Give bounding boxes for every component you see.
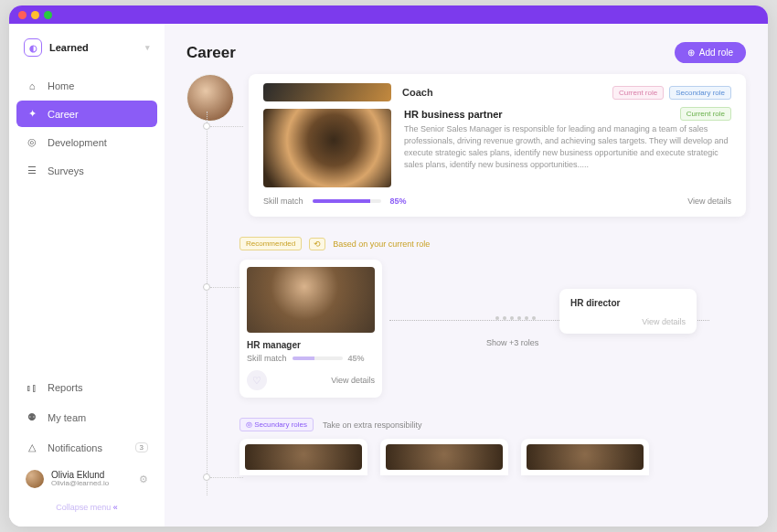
sidebar-item-reports[interactable]: ⫾⫿ Reports	[16, 375, 157, 400]
primary-nav: ⌂ Home ✦ Career ◎ Development ☰ Surveys	[16, 73, 157, 184]
career-icon: ✦	[26, 108, 38, 120]
skill-progress	[313, 199, 381, 203]
role-image	[386, 444, 503, 470]
role-image	[527, 444, 644, 470]
path-steps	[495, 316, 536, 320]
gear-icon[interactable]: ⚙	[139, 473, 148, 485]
minimize-dot[interactable]	[31, 11, 39, 19]
view-details-link[interactable]: View details	[570, 317, 686, 326]
role-title: HR director	[570, 298, 686, 308]
chevron-down-icon: ▾	[145, 43, 150, 52]
director-role-card[interactable]: HR director View details	[559, 289, 697, 334]
add-role-label: Add role	[699, 48, 733, 58]
skill-match-label: Skill match	[263, 197, 303, 206]
role-image	[247, 267, 375, 333]
surveys-icon: ☰	[26, 165, 38, 176]
development-icon: ◎	[26, 136, 38, 148]
sidebar-item-career[interactable]: ✦ Career	[16, 101, 157, 127]
avatar	[26, 470, 44, 488]
brand-name: Learned	[49, 42, 89, 53]
sidebar-item-my-team[interactable]: ⚉ My team	[16, 404, 157, 431]
role-description: The Senior Sales Manager is responsible …	[404, 123, 731, 171]
nav-label: Development	[48, 137, 107, 148]
profile-avatar[interactable]	[186, 74, 234, 122]
user-profile[interactable]: Olivia Eklund Olivia@learned.io ⚙	[16, 464, 157, 494]
nav-label: Surveys	[48, 165, 84, 176]
recommended-role-card[interactable]: HR manager Skill match 45% ♡ View detail…	[239, 260, 382, 398]
window-titlebar	[9, 5, 768, 24]
plus-icon: ⊕	[687, 48, 695, 58]
section-subtitle: Based on your current role	[333, 239, 430, 249]
current-role-badge: Current role	[612, 86, 664, 100]
coach-title: Coach	[402, 87, 433, 98]
recommended-badge: Recommended	[239, 237, 302, 250]
secondary-role-badge: Secondary role	[669, 86, 731, 100]
nav-label: Notifications	[48, 442, 102, 453]
sidebar-item-home[interactable]: ⌂ Home	[16, 73, 157, 99]
view-details-link[interactable]: View details	[687, 197, 731, 206]
close-dot[interactable]	[18, 11, 27, 19]
nav-label: Home	[48, 80, 74, 91]
user-meta: Olivia Eklund Olivia@learned.io	[51, 470, 109, 488]
sidebar-item-development[interactable]: ◎ Development	[16, 129, 157, 155]
skill-percentage: 45%	[348, 354, 365, 363]
add-role-button[interactable]: ⊕ Add role	[675, 42, 746, 63]
sidebar-item-surveys[interactable]: ☰ Surveys	[16, 157, 157, 184]
timeline-node	[203, 283, 210, 291]
team-icon: ⚉	[26, 411, 38, 423]
current-role-badge: Current role	[680, 107, 731, 121]
sidebar-item-notifications[interactable]: △ Notifications 3	[16, 434, 157, 461]
secondary-roles-badge: ◎ Secundary roles	[239, 418, 314, 431]
main-content: Career ⊕ Add role Coach Current role Sec…	[165, 24, 768, 527]
home-icon: ⌂	[26, 80, 38, 91]
timeline-connector	[210, 477, 243, 478]
coach-thumbnail	[263, 83, 391, 101]
nav-label: Career	[48, 109, 79, 120]
brand[interactable]: ◐ Learned ▾	[16, 38, 157, 73]
current-role-card: Coach Current role Secondary role Curren…	[249, 74, 746, 217]
collapse-label: Collapse menu	[56, 503, 111, 512]
maximize-dot[interactable]	[44, 11, 52, 19]
timeline-connector	[210, 287, 243, 288]
timeline-node	[203, 122, 210, 130]
timeline-node	[203, 473, 210, 481]
notification-count: 3	[135, 442, 148, 452]
secondary-role-card[interactable]	[239, 439, 367, 475]
view-details-link[interactable]: View details	[331, 376, 375, 385]
skill-percentage: 85%	[390, 197, 407, 206]
role-image	[263, 109, 391, 187]
reports-icon: ⫾⫿	[26, 382, 38, 393]
sidebar: ◐ Learned ▾ ⌂ Home ✦ Career ◎ Developmen…	[9, 24, 165, 527]
bell-icon: △	[26, 442, 38, 453]
section-subtitle: Take on extra responsibility	[323, 420, 422, 430]
nav-label: Reports	[48, 382, 83, 393]
collapse-menu[interactable]: Collapse menu «	[16, 497, 157, 512]
favorite-button[interactable]: ♡	[247, 370, 267, 390]
role-image	[245, 444, 362, 470]
skill-progress	[293, 356, 343, 360]
brand-logo-icon: ◐	[24, 38, 42, 57]
secondary-role-card[interactable]	[380, 439, 508, 475]
show-more-roles[interactable]: Show +3 roles	[486, 338, 538, 347]
page-title: Career	[186, 44, 236, 62]
vertical-timeline	[207, 112, 208, 495]
role-title: HR manager	[247, 340, 375, 350]
chevron-left-icon: «	[113, 503, 118, 512]
secondary-role-card[interactable]	[521, 439, 649, 475]
timeline-connector	[210, 126, 243, 127]
nav-label: My team	[48, 412, 86, 423]
user-email: Olivia@learned.io	[51, 480, 109, 488]
refresh-icon: ⟲	[309, 238, 325, 250]
skill-match-label: Skill match	[247, 354, 287, 363]
